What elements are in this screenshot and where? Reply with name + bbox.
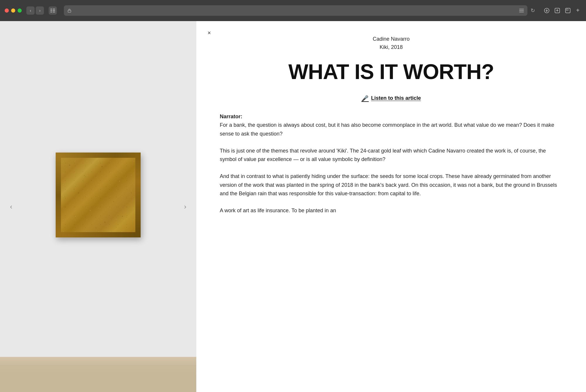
next-artwork-button[interactable]: › (180, 201, 190, 212)
article-title: WHAT IS IT WORTH? (220, 61, 563, 83)
nav-buttons: ‹ › (26, 6, 44, 15)
back-button[interactable]: ‹ (26, 6, 35, 15)
svg-point-24 (75, 216, 76, 217)
sidebar-button[interactable] (49, 6, 57, 15)
svg-point-20 (113, 201, 114, 202)
paragraph-2-text: This is just one of the themes that revo… (220, 148, 546, 162)
artwork-panel: ‹ › (0, 21, 196, 392)
svg-point-26 (96, 227, 97, 228)
paragraph-2: This is just one of the themes that revo… (220, 147, 563, 164)
svg-point-19 (78, 192, 79, 194)
browser-chrome: ‹ › ↻ (0, 0, 586, 21)
svg-point-23 (104, 222, 105, 223)
article-panel[interactable]: × Cadine Navarro Kiki, 2018 WHAT IS IT W… (196, 21, 586, 392)
svg-rect-14 (61, 158, 135, 232)
svg-point-16 (84, 175, 85, 176)
svg-rect-9 (519, 12, 524, 12)
article-body: Narrator: For a bank, the question is al… (220, 112, 563, 215)
paragraph-3-text: And that in contrast to what is patientl… (220, 173, 557, 196)
svg-rect-13 (566, 9, 568, 11)
lock-icon (67, 8, 71, 13)
paragraph-4: A work of art as life insurance. To be p… (220, 206, 563, 215)
floor-lines (0, 357, 196, 392)
fullscreen-button[interactable] (564, 6, 572, 15)
svg-rect-2 (50, 12, 52, 12)
address-bar[interactable] (64, 5, 527, 16)
svg-rect-6 (68, 10, 71, 12)
floor-texture (0, 357, 196, 392)
svg-rect-0 (50, 9, 52, 9)
listen-button[interactable]: 🎤 Listen to this article (361, 95, 421, 102)
share-button[interactable] (553, 6, 561, 15)
artwork-canvas (61, 158, 135, 232)
microphone-icon: 🎤 (361, 95, 369, 102)
forward-button[interactable]: › (36, 6, 44, 15)
svg-rect-4 (53, 10, 55, 11)
svg-rect-5 (53, 12, 55, 12)
svg-point-17 (101, 166, 103, 167)
article-subtitle: Kiki, 2018 (220, 44, 563, 50)
traffic-lights (5, 8, 22, 13)
svg-point-18 (119, 181, 120, 182)
svg-point-25 (122, 216, 123, 217)
svg-point-15 (69, 165, 70, 166)
svg-point-22 (131, 192, 132, 193)
svg-rect-8 (519, 10, 524, 11)
article-artist: Cadine Navarro (220, 35, 563, 43)
add-tab-button[interactable]: + (574, 7, 581, 14)
listen-label: Listen to this article (371, 95, 421, 101)
close-traffic-light[interactable] (5, 8, 9, 13)
maximize-traffic-light[interactable] (18, 8, 22, 13)
main-content: ‹ › × Cadine Navarro Kiki, 2018 WHAT IS … (0, 21, 586, 392)
hamburger-icon (519, 9, 524, 12)
artwork-frame (56, 153, 141, 237)
address-bar-container: ↻ (64, 5, 536, 16)
download-button[interactable] (543, 6, 551, 15)
artwork-texture-svg (61, 158, 135, 232)
svg-rect-7 (519, 9, 524, 9)
paragraph-1-text: For a bank, the question is always about… (220, 122, 554, 137)
toolbar-right: + (543, 6, 581, 15)
prev-artwork-button[interactable]: ‹ (6, 201, 16, 212)
paragraph-3: And that in contrast to what is patientl… (220, 172, 563, 198)
refresh-button[interactable]: ↻ (530, 8, 536, 13)
narrator-paragraph: Narrator: For a bank, the question is al… (220, 112, 563, 138)
minimize-traffic-light[interactable] (11, 8, 15, 13)
svg-point-21 (90, 210, 91, 211)
svg-rect-3 (53, 9, 55, 9)
narrator-label: Narrator: (220, 114, 242, 119)
close-button[interactable]: × (205, 28, 214, 37)
artwork-container (56, 153, 141, 237)
svg-rect-1 (50, 10, 52, 11)
paragraph-4-text: A work of art as life insurance. To be p… (220, 208, 336, 213)
